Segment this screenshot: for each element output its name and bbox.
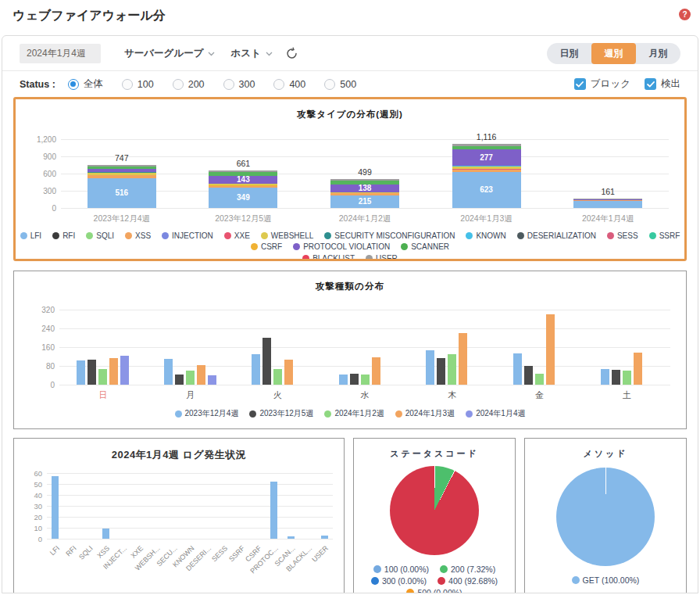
legend-dot bbox=[373, 565, 381, 573]
bar-2024-1-3 bbox=[284, 360, 293, 385]
legend-dot bbox=[20, 232, 27, 239]
legend-item-known[interactable]: KNOWN bbox=[466, 231, 505, 240]
bar-2024-1-3 bbox=[109, 358, 118, 385]
legend-item-2024-1-2[interactable]: 2024年1月2週 bbox=[324, 408, 384, 419]
legend-label: 500 (0.00%) bbox=[417, 588, 462, 593]
legend-item-sess[interactable]: SESS bbox=[607, 231, 638, 240]
legend-item-ssrf[interactable]: SSRF bbox=[649, 231, 680, 240]
legend-item-get[interactable]: GET (100.00%) bbox=[572, 575, 640, 585]
bar-stack: 623277 bbox=[452, 144, 521, 208]
legend-dot bbox=[175, 410, 182, 418]
checkbox-option-1[interactable]: 検出 bbox=[645, 77, 680, 91]
bar-2023-12-5 bbox=[175, 375, 184, 385]
bar-2023-12-5 bbox=[612, 370, 620, 385]
y-tick-label: 320 bbox=[19, 306, 55, 314]
legend-item-2024-1-3[interactable]: 2024年1月3週 bbox=[395, 408, 455, 419]
period-daily-button[interactable]: 日別 bbox=[547, 43, 591, 64]
week-log-xlabels: LFIRFISQLIXSSINJECT...XXEWEBSH...SECU...… bbox=[47, 540, 333, 578]
status-filter-label: Status : bbox=[20, 79, 55, 90]
bar-stack: 516 bbox=[88, 165, 156, 208]
method-legend: GET (100.00%) bbox=[525, 572, 686, 585]
bar-cell bbox=[47, 476, 64, 539]
legend-item-webshell[interactable]: WEBSHELL bbox=[261, 231, 313, 240]
status-option-0[interactable]: 全体 bbox=[68, 77, 103, 91]
y-tick-label: 600 bbox=[20, 170, 56, 178]
y-tick-label: 900 bbox=[20, 152, 56, 161]
legend-item-rfi[interactable]: RFI bbox=[52, 231, 75, 240]
legend-dot bbox=[440, 565, 448, 573]
bar-2024-1-2 bbox=[535, 374, 544, 385]
y-tick-label: 240 bbox=[19, 324, 55, 333]
help-icon[interactable]: ? bbox=[679, 9, 691, 20]
checkbox-checked-icon bbox=[574, 78, 586, 90]
bar-lfi bbox=[52, 476, 59, 539]
radio-selected-icon bbox=[68, 79, 79, 90]
status-option-4[interactable]: 400 bbox=[273, 79, 305, 90]
legend-item-500[interactable]: 500 (0.00%) bbox=[406, 588, 462, 593]
refresh-icon[interactable] bbox=[285, 47, 298, 60]
legend-item-2024-1-4[interactable]: 2024年1月4週 bbox=[466, 408, 525, 419]
legend-item-csrf[interactable]: CSRF bbox=[251, 242, 282, 251]
legend-dot bbox=[251, 243, 258, 250]
legend-item-deserialization[interactable]: DESERIALIZATION bbox=[517, 231, 596, 240]
page-title: ウェブファイアウォール分 bbox=[12, 8, 166, 24]
legend-item-xxe[interactable]: XXE bbox=[224, 231, 250, 240]
checkbox-label: ブロック bbox=[591, 77, 630, 91]
legend-item-300[interactable]: 300 (0.00%) bbox=[371, 576, 427, 586]
legend-label: GET (100.00%) bbox=[583, 575, 640, 585]
bar-segment-protocol-violation: 138 bbox=[330, 185, 399, 192]
status-option-3[interactable]: 300 bbox=[223, 79, 255, 90]
period-weekly-button[interactable]: 週別 bbox=[591, 43, 636, 64]
legend-label: CSRF bbox=[261, 242, 282, 251]
bar-2023-12-5 bbox=[350, 374, 359, 385]
bar-segment-lfi: 623 bbox=[452, 172, 521, 208]
date-range-input[interactable] bbox=[20, 44, 101, 63]
legend-dot bbox=[607, 232, 614, 239]
x-axis-label: 火 bbox=[234, 389, 321, 401]
bar-segment-protocol-violation: 277 bbox=[452, 149, 521, 165]
bar-total-label: 1,116 bbox=[426, 132, 548, 142]
legend-item-sqli[interactable]: SQLI bbox=[86, 231, 114, 240]
legend-item-200[interactable]: 200 (7.32%) bbox=[440, 565, 495, 574]
legend-item-security-misconfiguration[interactable]: SECURITY MISCONFIGURATION bbox=[324, 231, 455, 240]
legend-label: SESS bbox=[617, 231, 638, 240]
legend-label: 2024年1月4週 bbox=[476, 408, 525, 419]
x-axis-label: RFI bbox=[64, 544, 77, 557]
status-option-1[interactable]: 100 bbox=[122, 79, 154, 90]
server-group-dropdown[interactable]: サーバーグループ bbox=[124, 47, 215, 60]
legend-item-400[interactable]: 400 (92.68%) bbox=[438, 576, 498, 586]
checkbox-option-0[interactable]: ブロック bbox=[574, 77, 630, 91]
legend-item-100[interactable]: 100 (0.00%) bbox=[373, 565, 429, 574]
attack-kind-plot: 320240160800 bbox=[59, 310, 670, 385]
bar-2023-12-4 bbox=[252, 354, 260, 385]
legend-item-blacklist[interactable]: BLACKLIST bbox=[302, 254, 355, 261]
y-tick-label: 0 bbox=[19, 535, 42, 543]
method-panel: メソッド GET (100.00%) bbox=[524, 438, 687, 593]
legend-item-injection[interactable]: INJECTION bbox=[162, 231, 213, 240]
week-log-plot: 6050403020100 bbox=[47, 473, 333, 539]
legend-item-2023-12-4[interactable]: 2023年12月4週 bbox=[175, 408, 239, 419]
legend-label: 100 (0.00%) bbox=[384, 565, 429, 574]
legend-item-xss[interactable]: XSS bbox=[125, 231, 151, 240]
period-toggle: 日別週別月別 bbox=[547, 43, 680, 64]
legend-label: INJECTION bbox=[172, 231, 213, 240]
status-option-5[interactable]: 500 bbox=[324, 79, 356, 90]
attack-kind-xlabels: 日月火水木金土 bbox=[59, 389, 670, 401]
bar-user bbox=[321, 536, 328, 539]
bar-2024-1-3 bbox=[372, 357, 380, 385]
x-axis-label-cell: LFI bbox=[47, 540, 64, 578]
status-option-2[interactable]: 200 bbox=[173, 79, 205, 90]
legend-item-lfi[interactable]: LFI bbox=[20, 231, 41, 240]
legend-item-scanner[interactable]: SCANNER bbox=[401, 242, 449, 251]
legend-item-user[interactable]: USER bbox=[366, 254, 398, 261]
legend-item-2023-12-5[interactable]: 2023年12月5週 bbox=[249, 408, 313, 419]
legend-item-protocol-violation[interactable]: PROTOCOL VIOLATION bbox=[293, 242, 390, 251]
status-option-label: 100 bbox=[138, 79, 154, 90]
status-code-chart-title: ステータスコード bbox=[354, 448, 515, 460]
status-option-label: 全体 bbox=[84, 77, 103, 91]
x-axis-label: 2024年1月2週 bbox=[304, 213, 426, 224]
host-dropdown[interactable]: ホスト bbox=[230, 47, 272, 60]
period-monthly-button[interactable]: 月別 bbox=[636, 43, 680, 64]
legend-label: 2023年12月5週 bbox=[259, 408, 313, 419]
bar-2023-12-4 bbox=[601, 369, 609, 385]
